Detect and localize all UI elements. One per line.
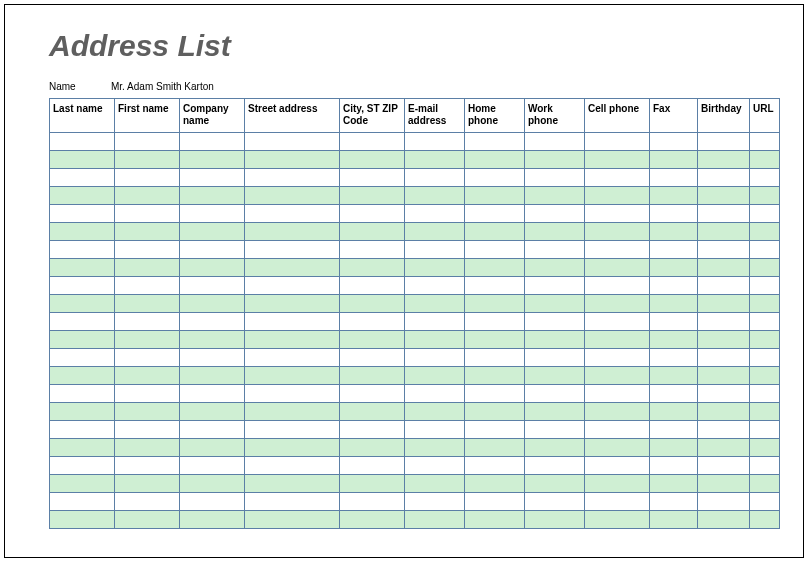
table-cell[interactable]: [50, 205, 115, 223]
table-cell[interactable]: [180, 259, 245, 277]
table-cell[interactable]: [525, 367, 585, 385]
table-cell[interactable]: [750, 151, 780, 169]
table-cell[interactable]: [405, 187, 465, 205]
table-cell[interactable]: [340, 331, 405, 349]
table-cell[interactable]: [50, 223, 115, 241]
table-cell[interactable]: [650, 331, 698, 349]
table-cell[interactable]: [465, 457, 525, 475]
table-cell[interactable]: [698, 493, 750, 511]
table-cell[interactable]: [698, 187, 750, 205]
table-cell[interactable]: [115, 241, 180, 259]
table-cell[interactable]: [650, 403, 698, 421]
table-cell[interactable]: [650, 223, 698, 241]
table-cell[interactable]: [698, 367, 750, 385]
table-cell[interactable]: [650, 439, 698, 457]
table-cell[interactable]: [180, 133, 245, 151]
table-cell[interactable]: [465, 349, 525, 367]
table-cell[interactable]: [750, 367, 780, 385]
table-cell[interactable]: [525, 223, 585, 241]
table-cell[interactable]: [115, 331, 180, 349]
table-cell[interactable]: [245, 241, 340, 259]
table-cell[interactable]: [650, 367, 698, 385]
table-cell[interactable]: [465, 223, 525, 241]
table-cell[interactable]: [585, 493, 650, 511]
table-cell[interactable]: [465, 259, 525, 277]
table-cell[interactable]: [525, 385, 585, 403]
table-cell[interactable]: [585, 349, 650, 367]
table-cell[interactable]: [50, 457, 115, 475]
table-cell[interactable]: [50, 259, 115, 277]
table-cell[interactable]: [465, 475, 525, 493]
table-cell[interactable]: [340, 367, 405, 385]
table-cell[interactable]: [405, 403, 465, 421]
table-cell[interactable]: [585, 277, 650, 295]
table-cell[interactable]: [525, 457, 585, 475]
table-cell[interactable]: [405, 331, 465, 349]
table-cell[interactable]: [698, 457, 750, 475]
table-cell[interactable]: [525, 439, 585, 457]
table-cell[interactable]: [750, 475, 780, 493]
table-cell[interactable]: [405, 367, 465, 385]
table-cell[interactable]: [405, 349, 465, 367]
table-cell[interactable]: [340, 313, 405, 331]
table-cell[interactable]: [245, 151, 340, 169]
table-cell[interactable]: [525, 205, 585, 223]
table-cell[interactable]: [50, 511, 115, 529]
table-cell[interactable]: [115, 511, 180, 529]
table-cell[interactable]: [650, 475, 698, 493]
table-cell[interactable]: [340, 349, 405, 367]
table-cell[interactable]: [585, 439, 650, 457]
table-cell[interactable]: [650, 187, 698, 205]
table-cell[interactable]: [465, 421, 525, 439]
table-cell[interactable]: [405, 313, 465, 331]
table-cell[interactable]: [750, 205, 780, 223]
table-cell[interactable]: [750, 403, 780, 421]
table-cell[interactable]: [525, 421, 585, 439]
table-cell[interactable]: [585, 187, 650, 205]
table-cell[interactable]: [585, 259, 650, 277]
table-cell[interactable]: [750, 259, 780, 277]
table-cell[interactable]: [245, 439, 340, 457]
table-cell[interactable]: [698, 223, 750, 241]
table-cell[interactable]: [50, 475, 115, 493]
table-cell[interactable]: [650, 277, 698, 295]
table-cell[interactable]: [405, 277, 465, 295]
table-cell[interactable]: [50, 349, 115, 367]
table-cell[interactable]: [115, 133, 180, 151]
table-cell[interactable]: [115, 475, 180, 493]
table-cell[interactable]: [180, 331, 245, 349]
table-cell[interactable]: [245, 133, 340, 151]
table-cell[interactable]: [525, 241, 585, 259]
table-cell[interactable]: [585, 385, 650, 403]
table-cell[interactable]: [245, 385, 340, 403]
table-cell[interactable]: [698, 421, 750, 439]
table-cell[interactable]: [698, 313, 750, 331]
table-cell[interactable]: [750, 511, 780, 529]
table-cell[interactable]: [115, 205, 180, 223]
table-cell[interactable]: [50, 313, 115, 331]
table-cell[interactable]: [465, 385, 525, 403]
table-cell[interactable]: [245, 493, 340, 511]
table-cell[interactable]: [750, 331, 780, 349]
table-cell[interactable]: [340, 421, 405, 439]
table-cell[interactable]: [245, 457, 340, 475]
table-cell[interactable]: [585, 475, 650, 493]
table-cell[interactable]: [698, 475, 750, 493]
table-cell[interactable]: [245, 403, 340, 421]
table-cell[interactable]: [180, 241, 245, 259]
table-cell[interactable]: [698, 349, 750, 367]
table-cell[interactable]: [340, 223, 405, 241]
table-cell[interactable]: [465, 277, 525, 295]
table-cell[interactable]: [115, 187, 180, 205]
table-cell[interactable]: [245, 421, 340, 439]
table-cell[interactable]: [650, 295, 698, 313]
table-cell[interactable]: [405, 385, 465, 403]
table-cell[interactable]: [180, 277, 245, 295]
table-cell[interactable]: [525, 169, 585, 187]
table-cell[interactable]: [650, 205, 698, 223]
table-cell[interactable]: [340, 439, 405, 457]
table-cell[interactable]: [750, 385, 780, 403]
table-cell[interactable]: [115, 439, 180, 457]
table-cell[interactable]: [180, 169, 245, 187]
table-cell[interactable]: [525, 349, 585, 367]
